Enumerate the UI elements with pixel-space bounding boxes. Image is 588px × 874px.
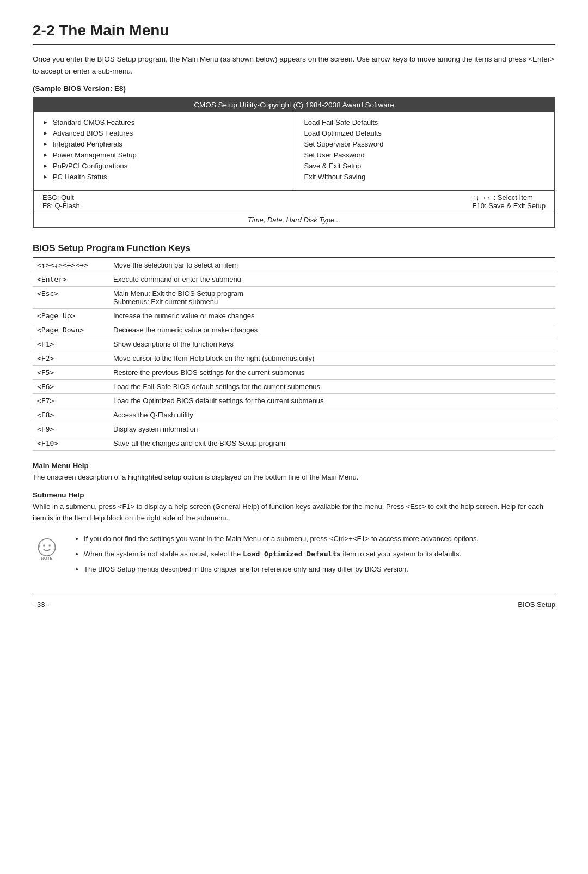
func-key-desc: Main Menu: Exit the BIOS Setup programSu… — [109, 287, 555, 309]
bios-footer-right: ↑↓→←: Select Item F10: Save & Exit Setup — [473, 193, 546, 210]
table-row: <Esc>Main Menu: Exit the BIOS Setup prog… — [33, 287, 555, 309]
table-row: <F2>Move cursor to the Item Help block o… — [33, 351, 555, 366]
note-face-icon: NOTE — [33, 535, 61, 563]
bios-right-item: Set User Password — [304, 151, 544, 159]
bios-right-item: Load Fail-Safe Defaults — [304, 118, 544, 126]
func-key-desc: Restore the previous BIOS settings for t… — [109, 366, 555, 380]
func-key: <F8> — [33, 408, 109, 422]
func-key-desc: Decrease the numeric value or make chang… — [109, 323, 555, 337]
func-key: <↑><↓><←><→> — [33, 258, 109, 272]
bios-left-item: ►Advanced BIOS Features — [42, 129, 282, 137]
table-row: <F5>Restore the previous BIOS settings f… — [33, 366, 555, 380]
func-key: <F6> — [33, 380, 109, 394]
table-row: <F6>Load the Fail-Safe BIOS default sett… — [33, 380, 555, 394]
bios-right-item: Set Supervisor Password — [304, 140, 544, 148]
func-key: <Esc> — [33, 287, 109, 309]
table-row: <F7>Load the Optimized BIOS default sett… — [33, 394, 555, 408]
bios-left-item: ►Standard CMOS Features — [42, 118, 282, 126]
bios-f10-save: F10: Save & Exit Setup — [473, 202, 546, 210]
arrow-icon: ► — [42, 141, 48, 147]
func-key-desc: Load the Fail-Safe BIOS default settings… — [109, 380, 555, 394]
footer-page-number: - 33 - — [33, 600, 49, 609]
page-title: 2-2 The Main Menu — [33, 22, 555, 45]
func-key-desc: Load the Optimized BIOS default settings… — [109, 394, 555, 408]
note-section: NOTE If you do not find the settings you… — [33, 533, 555, 579]
arrow-icon: ► — [42, 119, 48, 125]
bios-footer: ESC: Quit F8: Q-Flash ↑↓→←: Select Item … — [34, 191, 554, 213]
bios-right-menu: Load Fail-Safe DefaultsLoad Optimized De… — [293, 112, 555, 190]
func-key-desc: Access the Q-Flash utility — [109, 408, 555, 422]
submenu-help-text: While in a submenu, press <F1> to displa… — [33, 501, 555, 524]
bios-left-item: ►Power Management Setup — [42, 151, 282, 159]
table-row: <Page Up>Increase the numeric value or m… — [33, 309, 555, 323]
func-key-desc: Move cursor to the Item Help block on th… — [109, 351, 555, 366]
func-key: <Enter> — [33, 272, 109, 287]
func-key: <F2> — [33, 351, 109, 366]
bios-select-item: ↑↓→←: Select Item — [473, 193, 546, 202]
arrow-icon: ► — [42, 130, 48, 136]
note-item: When the system is not stable as usual, … — [84, 548, 479, 560]
table-row: <F9>Display system information — [33, 422, 555, 436]
note-item: The BIOS Setup menus described in this c… — [84, 563, 479, 575]
bios-left-item: ►PC Health Status — [42, 173, 282, 181]
main-menu-help-title: Main Menu Help — [33, 462, 555, 470]
table-row: <Page Down>Decrease the numeric value or… — [33, 323, 555, 337]
svg-point-1 — [43, 544, 45, 546]
bios-f8-qflash: F8: Q-Flash — [42, 202, 80, 210]
func-key: <Page Up> — [33, 309, 109, 323]
arrow-icon: ► — [42, 151, 48, 158]
bios-right-item: Save & Exit Setup — [304, 162, 544, 170]
func-key-desc: Display system information — [109, 422, 555, 436]
bios-left-menu: ►Standard CMOS Features►Advanced BIOS Fe… — [34, 112, 293, 190]
note-icon: NOTE — [33, 535, 65, 565]
arrow-icon: ► — [42, 173, 48, 180]
func-key: <F5> — [33, 366, 109, 380]
page-footer: - 33 - BIOS Setup — [33, 596, 555, 609]
bios-footer-left: ESC: Quit F8: Q-Flash — [42, 193, 80, 210]
table-row: <Enter>Execute command or enter the subm… — [33, 272, 555, 287]
bios-left-item: ►PnP/PCI Configurations — [42, 162, 282, 170]
svg-point-0 — [38, 539, 55, 556]
func-keys-title: BIOS Setup Program Function Keys — [33, 243, 555, 258]
note-bullets: If you do not find the settings you want… — [74, 533, 479, 579]
func-key-desc: Move the selection bar to select an item — [109, 258, 555, 272]
main-menu-help-text: The onscreen description of a highlighte… — [33, 472, 555, 483]
func-key: <F10> — [33, 436, 109, 451]
bios-right-item: Exit Without Saving — [304, 173, 544, 181]
func-key-desc: Increase the numeric value or make chang… — [109, 309, 555, 323]
function-keys-table: <↑><↓><←><→>Move the selection bar to se… — [33, 258, 555, 451]
func-key: <F9> — [33, 422, 109, 436]
func-key: <Page Down> — [33, 323, 109, 337]
bios-esc-quit: ESC: Quit — [42, 193, 80, 202]
arrow-icon: ► — [42, 162, 48, 169]
footer-section: BIOS Setup — [518, 600, 555, 609]
table-row: <↑><↓><←><→>Move the selection bar to se… — [33, 258, 555, 272]
svg-text:NOTE: NOTE — [41, 556, 53, 561]
intro-text: Once you enter the BIOS Setup program, t… — [33, 53, 555, 77]
func-key-desc: Save all the changes and exit the BIOS S… — [109, 436, 555, 451]
svg-point-2 — [48, 544, 50, 546]
func-key: <F1> — [33, 337, 109, 351]
func-key-desc: Execute command or enter the submenu — [109, 272, 555, 287]
bios-status-bar: Time, Date, Hard Disk Type... — [34, 213, 554, 227]
submenu-help-title: Submenu Help — [33, 491, 555, 499]
table-row: <F1>Show descriptions of the function ke… — [33, 337, 555, 351]
table-row: <F8>Access the Q-Flash utility — [33, 408, 555, 422]
bios-right-item: Load Optimized Defaults — [304, 129, 544, 137]
note-item: If you do not find the settings you want… — [84, 533, 479, 544]
bios-screenshot-box: CMOS Setup Utility-Copyright (C) 1984-20… — [33, 97, 555, 228]
func-key-desc: Show descriptions of the function keys — [109, 337, 555, 351]
bios-left-item: ►Integrated Peripherals — [42, 140, 282, 148]
bios-header: CMOS Setup Utility-Copyright (C) 1984-20… — [34, 98, 554, 112]
table-row: <F10>Save all the changes and exit the B… — [33, 436, 555, 451]
func-key: <F7> — [33, 394, 109, 408]
sample-label: (Sample BIOS Version: E8) — [33, 84, 555, 93]
